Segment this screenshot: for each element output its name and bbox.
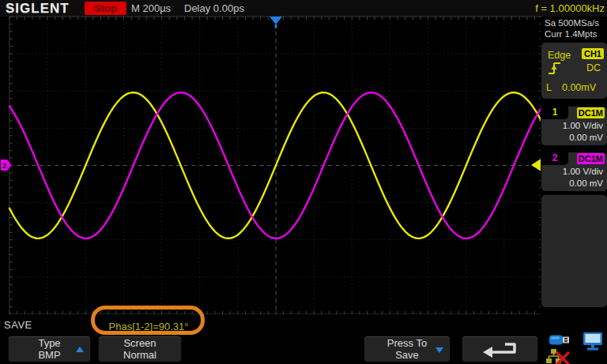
screen-button[interactable]: Screen Normal [99, 336, 181, 362]
save-button-label1: Press To [387, 337, 427, 349]
trigger-source-badge: CH1 [582, 48, 604, 59]
siglent-logo: SIGLENT [6, 1, 70, 17]
channel1-panel[interactable]: 1 DC1M 1.00 V/div 0.00 mV [541, 107, 607, 145]
screen-button-label: Screen [123, 337, 156, 349]
type-button[interactable]: Type BMP [9, 336, 90, 362]
sidebar: Sa 500MSa/s Curr 1.4Mpts Edge CH1 DC L 0… [541, 17, 607, 364]
empty-panel [541, 195, 607, 307]
display-icon [583, 332, 602, 351]
option-down-icon [435, 347, 443, 353]
press-to-save-button[interactable]: Press To Save [364, 336, 450, 362]
channel2-number-tab: 2 [541, 152, 568, 165]
rising-edge-icon [548, 62, 564, 76]
save-button-label2: Save [395, 349, 419, 361]
channel2-panel[interactable]: 2 DC1M 1.00 V/div 0.00 mV [541, 152, 607, 191]
return-button[interactable] [462, 336, 537, 362]
screen-button-value: Normal [123, 349, 156, 361]
acquisition-info: Sa 500MSa/s Curr 1.4Mpts [541, 17, 607, 39]
trigger-level-value: 0.00mV [562, 82, 596, 93]
waveform-display: 2 [0, 16, 545, 317]
trigger-mode-label: Edge [548, 50, 571, 61]
sample-rate-readout: Sa 500MSa/s [545, 17, 607, 28]
memory-depth-readout: Curr 1.4Mpts [545, 28, 607, 39]
bottom-menu-bar: SAVE Phas[1-2]=90.31° Type BMP Screen No… [0, 314, 541, 364]
return-arrow-icon [479, 339, 522, 359]
channel2-offset-readout: 0.00 mV [569, 178, 603, 188]
lan-disconnected-icon [546, 348, 570, 364]
trigger-position-marker[interactable] [270, 17, 282, 28]
channel1-scale-readout: 1.00 V/div [563, 121, 603, 130]
type-button-value: BMP [38, 349, 60, 361]
channel2-scale-readout: 1.00 V/div [563, 167, 603, 176]
top-status-bar: SIGLENT Stop M 200µs Delay 0.00ps f = 1.… [0, 0, 607, 17]
trigger-panel[interactable]: Edge CH1 DC L 0.00mV [541, 43, 607, 99]
channel2-flag-number: 2 [2, 162, 6, 170]
option-up-icon [76, 347, 84, 352]
timebase-readout: M 200µs [131, 2, 171, 14]
frequency-counter-readout: f = 1.00000kHz [535, 2, 605, 14]
oscilloscope-screen: SIGLENT Stop M 200µs Delay 0.00ps f = 1.… [0, 0, 607, 364]
usb-storage-icon [549, 333, 570, 347]
trigger-coupling-label: DC [586, 62, 601, 73]
trigger-level-label: L [546, 82, 552, 93]
phase-measurement-readout: Phas[1-2]=90.31° [95, 321, 202, 332]
run-state-badge: Stop [85, 2, 126, 15]
channel1-number-tab: 1 [541, 107, 568, 119]
trigger-delay-readout: Delay 0.00ps [184, 2, 244, 14]
menu-title: SAVE [4, 319, 32, 331]
channel1-offset-readout: 0.00 mV [569, 133, 603, 142]
type-button-label: Type [38, 337, 60, 349]
channel1-coupling-badge: DC1M [577, 107, 605, 118]
channel2-coupling-badge: DC1M [577, 153, 605, 164]
